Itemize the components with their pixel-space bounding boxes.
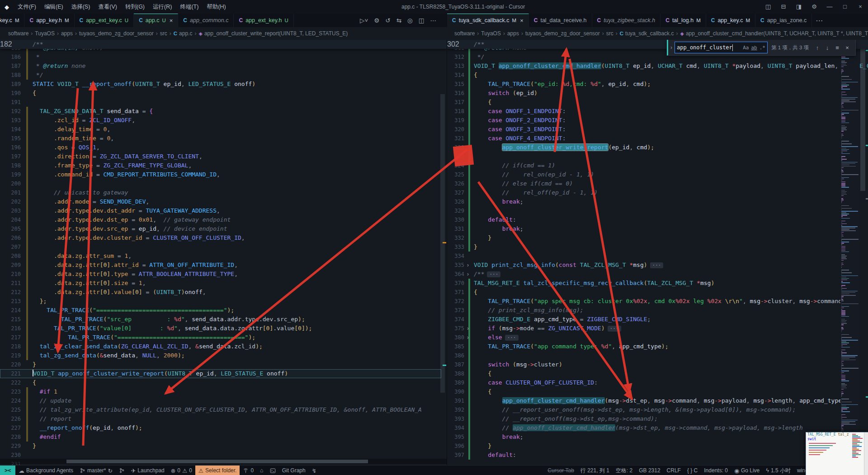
status-background-agents[interactable]: ☁Background Agents [15,466,76,475]
status-bolt[interactable]: ↯ [309,466,320,475]
menu-F[interactable]: 文件(F) [14,4,40,10]
tab-tal_log.h[interactable]: Ctal_log.hM [660,14,706,27]
code-line-330[interactable]: 330 default: [447,215,842,224]
tab-app_ext_key.h[interactable]: Capp_ext_key.hU [234,14,293,27]
code-line-389[interactable]: 389 case CLUSTER_ON_OFF_CLUSTER_ID: [447,378,842,387]
code-line-322[interactable]: 322 app_onoff_cluster_write_report(ep_id… [447,143,842,152]
status-launchpad[interactable]: ✈Launchpad [128,466,168,475]
code-line-219[interactable]: 219 tal_zg_send_data(&send_data, NULL, 2… [0,351,441,360]
settings-gear-icon[interactable]: ⚙ [374,17,379,24]
code-line-221[interactable]: 221VOID_T app_onoff_cluster_write_report… [0,369,441,378]
code-line-327[interactable]: 327 // rel_off(ep_id - 1, 1) [447,188,842,197]
code-line-323[interactable]: 323 [447,152,842,161]
status-encoding[interactable]: GB 2312 [636,466,663,475]
breadcrumb-item[interactable]: apps [61,30,73,37]
code-line-214[interactable]: 214 TAL_PR_TRACE("======================… [0,306,441,315]
code-line-222[interactable]: 222{ [0,378,441,387]
code-line-208[interactable]: 208 .data.zg.attr_sum = 1, [0,252,441,261]
code-line-206[interactable]: 206 .addr.type.dev.cluster_id = CLUSTER_… [0,233,441,242]
code-line-230[interactable]: 230 [0,451,441,460]
status-git-graph[interactable]: Git Graph [279,466,309,475]
breadcrumb-item[interactable]: software [8,30,28,37]
code-line-315[interactable]: 315 TAL_PR_TRACE("ep_id: %d,cmd: %d", ep… [447,80,842,89]
code-line-373[interactable]: 373 // print_zcl_msg_info(msg); [447,306,842,315]
code-line-215[interactable]: 215 TAL_PR_TRACE("src_ep : %d", send_dat… [0,315,441,324]
code-line-191[interactable]: 191 [0,98,441,107]
breadcrumb-file[interactable]: Ctuya_sdk_callback.c [620,30,674,37]
tab-_key.c[interactable]: C_key.cM [0,14,24,27]
find-close-button[interactable]: × [842,44,852,51]
code-line-318[interactable]: 318 case ONOFF_1_ENDPOINT: [447,107,842,116]
code-line-370[interactable]: 370TAL_MSG_RET_E tal_zcl_specific_msg_re… [447,279,842,288]
breadcrumb-item[interactable]: TuyaOS [35,30,55,37]
menu-R[interactable]: 运行(R) [149,4,176,10]
compare-icon[interactable]: ⇆ [396,17,401,24]
status-git-branch[interactable]: master*↻ [76,466,116,475]
code-line-203[interactable]: 203 .addr.type.dev.dst_addr = TUYA_GATEW… [0,206,441,215]
code-line-317[interactable]: 317 { [447,98,842,107]
tab-close-icon[interactable]: × [170,17,173,24]
code-line-200[interactable]: 200 [0,179,441,188]
code-line-227[interactable]: 227 __report_onoff(ep_id, onoff); [0,423,441,432]
breadcrumb-symbol[interactable]: ◈app_onoff_cluster_cmd_handler(UINT8_T, … [680,30,868,37]
status-eol[interactable]: CRLF [664,466,684,475]
code-line-212[interactable]: 212 .data.zg.attr[0].value[0] = (UINT8_T… [0,288,441,297]
menu-V[interactable]: 查看(V) [94,4,121,10]
fold-chevron-icon[interactable]: › [465,270,471,279]
breadcrumb-file[interactable]: Capp.c [174,30,193,37]
match-case-icon[interactable]: Aa [743,45,749,51]
whole-word-icon[interactable]: ab [751,45,757,51]
tab-app.c[interactable]: Capp.cU× [134,14,178,27]
code-line-204[interactable]: 204 .addr.type.dev.dst_ep = 0x01, // gat… [0,215,441,224]
folded-region-ellipsis[interactable]: ··· [608,326,621,332]
status-indentation[interactable]: 空格: 2 [613,466,636,475]
code-line-186[interactable]: 186 * [0,52,441,62]
code-line-196[interactable]: 196 .qos = QOS_1, [0,143,441,152]
search-input[interactable]: app_onoff_cluster Aa ab .* [675,42,768,53]
fold-chevron-icon[interactable]: › [465,333,471,342]
find-in-selection-button[interactable]: ≡ [832,44,842,51]
find-next-button[interactable]: ↓ [822,44,832,51]
code-line-190[interactable]: 190{ [0,89,441,98]
split-editor-icon[interactable]: ◫ [419,17,425,24]
find-prev-button[interactable]: ↑ [812,44,822,51]
code-line-392[interactable]: 392 // __report_user_onoff(msg->dst_ep, … [447,405,842,414]
code-line-313[interactable]: 313VOID_T app_onoff_cluster_cmd_handler(… [447,62,842,71]
menu-T[interactable]: 终端(T) [176,4,203,10]
code-line-386[interactable]: 386 [447,351,842,360]
code-line-220[interactable]: 220} [0,360,441,369]
status-language-mode[interactable]: { } C [684,466,701,475]
menu-E[interactable]: 编辑(E) [40,4,67,10]
code-line-205[interactable]: 205 .addr.type.dev.src_ep = ep_id, // de… [0,224,441,233]
status-home[interactable]: ⌂ [257,466,267,475]
tab-app_ias_zone.c[interactable]: Capp_ias_zone.c [755,14,812,27]
minimize-icon[interactable]: — [822,0,837,14]
minimap[interactable] [840,40,859,465]
code-line-224[interactable]: 224 // update [0,396,441,405]
settings-gear-icon[interactable]: ⚙ [807,0,822,14]
breadcrumb-item[interactable]: src [160,30,167,37]
code-line-329[interactable]: 329 [447,206,842,215]
status-branch-secondary[interactable] [116,466,128,475]
status-go-live[interactable]: ◉Go Live [731,466,763,475]
tab-app_ext_key.c[interactable]: Capp_ext_key.cU [75,14,134,27]
breadcrumb-item[interactable]: tuyaos_demo_zg_door_sensor [525,30,600,37]
breadcrumb-item[interactable]: tuyaos_demo_zg_door_sensor [79,30,154,37]
horizontal-scrollbar-left[interactable] [0,459,447,464]
tab-tal_data_receive.h[interactable]: Ctal_data_receive.h [529,14,592,27]
code-line-314[interactable]: 314{ [447,71,842,80]
status-terminal[interactable] [267,466,279,475]
folded-region-ellipsis[interactable]: ··· [650,262,664,268]
code-line-388[interactable]: 388 { [447,369,842,378]
editor-pane-left[interactable]: 185 * @param[in] onoff)186 *187 * @retur… [0,40,447,465]
code-line-332[interactable]: 332 } [447,233,842,242]
maximize-icon[interactable]: □ [837,0,853,14]
code-line-188[interactable]: 188 */ [0,71,441,80]
breadcrumb-symbol[interactable]: ◈app_onoff_cluster_write_report(UINT8_T,… [198,30,348,37]
code-line-228[interactable]: 228 #endif [0,432,441,442]
code-line-397[interactable]: 397 default: [447,451,842,460]
code-line-187[interactable]: 187 * @return none [0,62,441,71]
status-select-folder-warning[interactable]: ⚠Select folder. [195,466,240,475]
code-line-319[interactable]: 319 case ONOFF_2_ENDPOINT: [447,116,842,125]
code-line-316[interactable]: 316 switch (ep_id) [447,89,842,98]
